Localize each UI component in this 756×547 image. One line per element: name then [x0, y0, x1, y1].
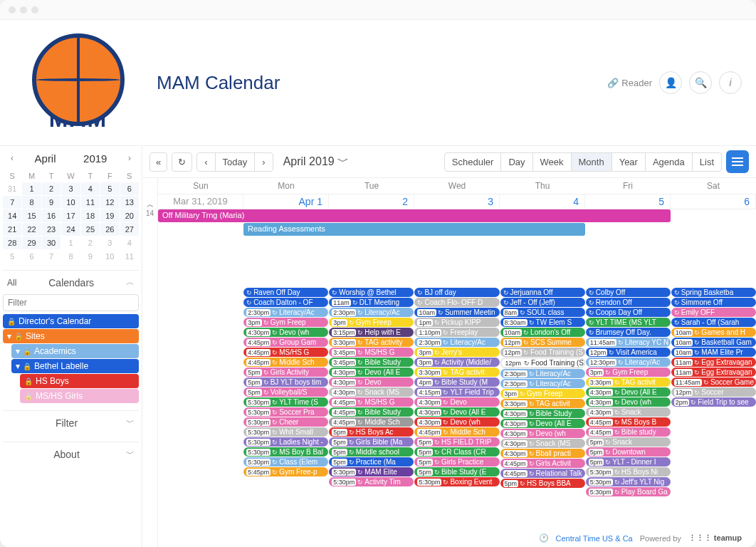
calendars-header[interactable]: All Calendars ︿ [3, 271, 139, 294]
minical-day[interactable]: 11 [120, 250, 139, 263]
date-cell[interactable]: Apr 1 [243, 194, 329, 209]
event[interactable]: 4:45pm↻MS/HS G [243, 348, 328, 357]
event[interactable]: 5:30pm↻Cheer [243, 417, 328, 427]
date-cell[interactable]: 5 [585, 194, 671, 209]
event[interactable]: 5:30pm↻Class (Elem [243, 457, 328, 467]
minical-day[interactable]: 9 [81, 250, 100, 263]
event[interactable]: 8am↻SOUL class [500, 308, 585, 317]
event[interactable]: 3:30pm↻TAG activit [414, 368, 499, 377]
month-picker[interactable]: April 2019 ﹀ [283, 155, 349, 170]
event[interactable]: 5pm↻HS Boys Ac [329, 427, 414, 437]
event[interactable]: 5pm↻Girls Bible (Ma [329, 437, 414, 447]
event[interactable]: ↻Brumsey Off Day. [586, 328, 671, 337]
event[interactable]: ↻Coach Dalton - OF [243, 298, 328, 307]
event[interactable]: ↻Coach Flo- OFF D [414, 298, 499, 307]
event[interactable]: ↻Rendon Off [586, 298, 671, 307]
timezone-link[interactable]: Central Time US & Ca [556, 534, 633, 543]
event[interactable]: 5pm↻Downtown [586, 447, 671, 457]
minical-day[interactable]: 15 [22, 209, 41, 222]
minical-day[interactable]: 9 [42, 196, 61, 209]
refresh-button[interactable]: ↻ [172, 152, 192, 172]
event[interactable]: 3:15pm↻Help with E [329, 328, 414, 337]
menu-button[interactable] [726, 150, 749, 173]
minical-day[interactable]: 27 [120, 223, 139, 236]
event[interactable]: 5:30pm↻Play Board Ga [586, 487, 671, 496]
event[interactable]: 5pm↻Snack [586, 437, 671, 447]
event[interactable]: 3pm↻Gym Freep [500, 389, 585, 398]
minical-day[interactable]: 7 [42, 250, 61, 263]
event[interactable]: 5pm↻Girls Practice [414, 457, 499, 467]
event[interactable]: 3:30pm↻TAG activit [586, 377, 671, 387]
event[interactable]: 4:30pm↻Devo [414, 397, 499, 407]
event[interactable]: 2pm↻Field Trip to see [671, 397, 756, 407]
minical-day[interactable]: 5 [100, 182, 119, 195]
user-icon[interactable]: 👤 [659, 71, 682, 94]
minical-day[interactable]: 2 [81, 236, 100, 249]
filter-header[interactable]: Filter ﹀ [3, 411, 139, 434]
minical-day[interactable]: 11 [81, 196, 100, 209]
event[interactable]: 5:45pm↻Gym Free-p [243, 467, 328, 476]
minical-day[interactable]: 12 [100, 196, 119, 209]
calendar-item[interactable]: 🔒HS Boys [20, 374, 139, 388]
event[interactable]: ↻YLT TIME (MS YLT [586, 318, 671, 327]
event[interactable]: 4:30pm↻Devo (All E [500, 419, 585, 428]
search-icon[interactable]: 🔍 [689, 71, 712, 94]
event[interactable]: 10am↻MAM Elite Pr [671, 348, 756, 357]
event[interactable]: 5:30pm↻MS Boy B Bal [243, 447, 328, 457]
event[interactable]: 3pm↻Activity (Middle/ [414, 358, 499, 367]
event[interactable]: 4:30pm↻Bball practi [500, 449, 585, 458]
minical-next[interactable]: › [123, 152, 136, 165]
event[interactable]: 2:30pm↻Literacy/Ac [500, 369, 585, 378]
date-cell[interactable]: Mar 31, 2019 [158, 194, 243, 209]
event[interactable]: 5pm↻Bible Study (E [414, 467, 499, 476]
minical-day[interactable]: 18 [81, 209, 100, 222]
about-header[interactable]: About ﹀ [3, 442, 139, 466]
event[interactable]: 4:30pm↻Devo (wh [243, 328, 328, 337]
event[interactable]: 5:30pm↻HS Boys Ni [586, 467, 671, 476]
calendar-item[interactable]: ▾ 🔒Sites [3, 329, 139, 343]
minical-day[interactable]: 19 [100, 209, 119, 222]
event[interactable]: ↻Simmone Off [671, 298, 756, 307]
minical-day[interactable]: 16 [42, 209, 61, 222]
event[interactable]: 4:45pm↻Middle Sch [414, 427, 499, 437]
event[interactable]: ↻Colby Off [586, 288, 671, 297]
minical-day[interactable]: 23 [42, 223, 61, 236]
event[interactable]: ↻Coops Day Off [586, 308, 671, 317]
minical-day[interactable]: 8 [22, 196, 41, 209]
event[interactable]: ↻Jeff - Off (Jeff) [500, 298, 585, 307]
event[interactable]: 2:30pm↻Literacy/Ac [414, 338, 499, 347]
event[interactable]: 4:30pm↻Devo (All E [414, 407, 499, 417]
calendar-filter-input[interactable] [3, 294, 139, 311]
event[interactable]: 4:45pm↻Middle Sch [243, 358, 328, 367]
event[interactable]: 4:30pm↻Devo (All E [586, 387, 671, 397]
minical-day[interactable]: 3 [100, 236, 119, 249]
date-cell[interactable]: 6 [671, 194, 756, 209]
event[interactable]: 1pm↻Pickup KIPP [414, 318, 499, 327]
date-cell[interactable]: 3 [414, 194, 500, 209]
event[interactable]: 3pm↻Gym Freep [586, 368, 671, 377]
event[interactable]: ↻Sarah - Off (Sarah [671, 318, 756, 327]
event[interactable]: 11:45am↻Soccer Game [671, 377, 756, 387]
event[interactable]: 4:30pm↻Snack (MS [329, 387, 414, 397]
event[interactable]: 4:45pm↻MS/HS G [329, 397, 414, 407]
event[interactable]: 1:10pm↻Freeplay [414, 328, 499, 337]
event[interactable]: 4:30pm↻Devo (All E [329, 368, 414, 377]
allday-event[interactable]: Reading Assessments [243, 223, 585, 236]
event[interactable]: 5:30pm↻Whit Small [243, 427, 328, 437]
view-tab-agenda[interactable]: Agenda [646, 153, 693, 171]
event[interactable]: 5pm↻CR Class (CR [414, 447, 499, 457]
event[interactable]: ↻Emily OFF [671, 308, 756, 317]
reader-link[interactable]: 🔗 Reader [607, 78, 652, 88]
minical-day[interactable]: 1 [22, 182, 41, 195]
view-tab-day[interactable]: Day [501, 153, 532, 171]
event[interactable]: 2:30pm↻Literacy/Ac [243, 308, 328, 317]
event[interactable]: ↻Worship @ Bethel [329, 288, 414, 297]
minical-day[interactable]: 17 [61, 209, 80, 222]
event[interactable]: 3pm↻Gym Freep [243, 318, 328, 327]
allday-event[interactable]: Off Military Trng (Maria) [158, 209, 671, 222]
minical-day[interactable]: 4 [120, 236, 139, 249]
event[interactable]: 4:30pm↻Devo (wh [586, 397, 671, 407]
event[interactable]: 12pm↻Food Training (S [500, 348, 585, 357]
event[interactable]: 4:45pm↻Bible study [586, 427, 671, 437]
event[interactable]: 4:30pm↻Devo (wh [500, 429, 585, 438]
